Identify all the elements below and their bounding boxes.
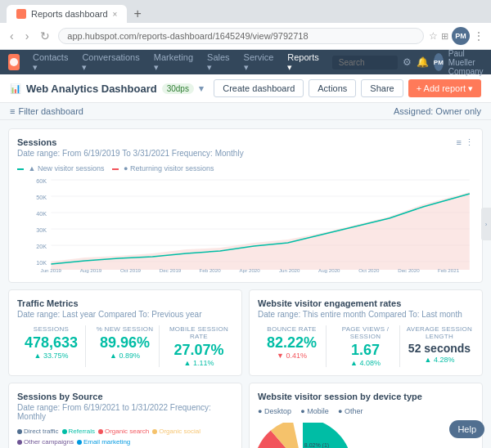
dashboard-title: Web Analytics Dashboard bbox=[26, 83, 157, 95]
share-button[interactable]: Share bbox=[361, 79, 403, 97]
sessions-metric-label: SESSIONS bbox=[17, 325, 85, 333]
notifications-icon[interactable]: 🔔 bbox=[417, 56, 429, 68]
legend-desktop-tab[interactable]: ● Desktop bbox=[258, 407, 291, 415]
organic-dot bbox=[98, 429, 103, 434]
engagement-metrics-grid: BOUNCE RATE 82.22% ▼ 0.41% PAGE VIEWS / … bbox=[258, 325, 474, 367]
add-report-button[interactable]: + Add report ▾ bbox=[408, 79, 481, 97]
bottom-row: Sessions by Source Date range: From 6/19… bbox=[8, 383, 483, 448]
legend-returning-sessions: ● Returning visitor sessions bbox=[112, 164, 214, 172]
sessions-card-header: Sessions Date range: From 6/19/2019 To 3… bbox=[17, 137, 474, 176]
filter-icon: ≡ bbox=[10, 106, 15, 116]
new-sessions-dot bbox=[17, 168, 24, 170]
active-tab[interactable]: Reports dashboard × bbox=[7, 5, 127, 23]
forward-button[interactable]: › bbox=[22, 28, 33, 44]
dashboard-actions: Create dashboard Actions Share + Add rep… bbox=[214, 79, 481, 97]
referrals-dot bbox=[62, 429, 67, 434]
pie-chart-svg: 8.02% (1) bbox=[258, 423, 348, 448]
sessions-card: Sessions Date range: From 6/19/2019 To 3… bbox=[8, 128, 483, 283]
filter-label: Filter dashboard bbox=[18, 106, 83, 116]
new-tab-button[interactable]: + bbox=[128, 7, 146, 21]
filter-bar: ≡ Filter dashboard Assigned: Owner only bbox=[0, 103, 491, 120]
nav-sales[interactable]: Sales ▾ bbox=[200, 50, 236, 74]
help-button[interactable]: Help bbox=[449, 420, 484, 438]
svg-text:8.02% (1): 8.02% (1) bbox=[304, 442, 329, 448]
sessions-card-title-group: Sessions Date range: From 6/19/2019 To 3… bbox=[17, 137, 244, 176]
tab-label: Reports dashboard bbox=[31, 9, 108, 19]
back-button[interactable]: ‹ bbox=[7, 28, 17, 44]
tab-close-button[interactable]: × bbox=[113, 10, 118, 19]
nav-conversations[interactable]: Conversations ▾ bbox=[75, 50, 146, 74]
svg-text:Aug 2019: Aug 2019 bbox=[80, 267, 102, 273]
more-options-icon[interactable]: ⋮ bbox=[465, 137, 474, 148]
refresh-button[interactable]: ↻ bbox=[37, 28, 53, 44]
session-length-label: AVERAGE SESSION LENGTH bbox=[405, 325, 474, 340]
hubspot-logo-icon bbox=[8, 56, 20, 68]
hubspot-logo[interactable] bbox=[8, 54, 20, 70]
nav-reports[interactable]: Reports ▾ bbox=[281, 50, 326, 74]
legend-mobile-tab[interactable]: ● Mobile bbox=[300, 407, 328, 415]
svg-text:10K: 10K bbox=[36, 260, 47, 267]
nav-contacts[interactable]: Contacts ▾ bbox=[26, 50, 74, 74]
sidebar-toggle[interactable]: › bbox=[481, 208, 491, 240]
session-length-change: ▲ 4.28% bbox=[405, 356, 474, 364]
svg-text:Jun 2020: Jun 2020 bbox=[279, 267, 300, 273]
sessions-legend: ▲ New visitor sessions ● Returning visit… bbox=[17, 164, 244, 172]
nav-search-input[interactable] bbox=[332, 56, 398, 69]
legend-email: Email marketing bbox=[77, 438, 130, 446]
engagement-rates-card: Website visitor engagement rates Date ra… bbox=[249, 289, 483, 376]
sessions-metric-value: 478,633 bbox=[17, 335, 85, 350]
menu-icon[interactable]: ⋮ bbox=[473, 29, 484, 43]
bounce-rate-label: BOUNCE RATE bbox=[258, 325, 326, 333]
visitor-device-legend-row: ● Desktop ● Mobile ● Other bbox=[258, 405, 474, 416]
sessions-title: Sessions bbox=[17, 137, 244, 147]
address-bar[interactable]: app.hubspot.com/reports-dashboard/164524… bbox=[58, 28, 424, 44]
bookmark-icon[interactable]: ☆ bbox=[429, 30, 438, 42]
engagement-subtitle: Date range: This entire month Compared T… bbox=[258, 310, 474, 319]
user-avatar[interactable]: PM bbox=[452, 27, 470, 45]
sessions-card-icons: ≡ ⋮ bbox=[457, 137, 474, 148]
source-legend: Direct traffic Referrals Organic search … bbox=[17, 428, 233, 446]
mobile-session-metric: MOBILE SESSION RATE 27.07% ▲ 1.11% bbox=[164, 325, 233, 367]
settings-icon[interactable]: ⚙ bbox=[403, 56, 412, 68]
nav-service[interactable]: Service ▾ bbox=[237, 50, 281, 74]
mobile-session-value: 27.07% bbox=[164, 343, 233, 357]
filter-dashboard-button[interactable]: ≡ Filter dashboard bbox=[10, 106, 83, 116]
user-initials: PM bbox=[455, 32, 466, 40]
tab-favicon bbox=[16, 9, 26, 19]
svg-text:40K: 40K bbox=[36, 211, 47, 217]
svg-text:20K: 20K bbox=[36, 244, 47, 250]
nav-items: Contacts ▾ Conversations ▾ Marketing ▾ S… bbox=[26, 50, 326, 74]
mobile-session-label: MOBILE SESSION RATE bbox=[164, 325, 233, 340]
sessions-subtitle: Date range: From 6/19/2019 To 3/31/2021 … bbox=[17, 149, 244, 158]
dashboard-badge: 30dps bbox=[162, 83, 194, 94]
extensions-icon[interactable]: ⊞ bbox=[441, 31, 448, 42]
svg-text:Feb 2020: Feb 2020 bbox=[200, 267, 222, 273]
returning-sessions-label: ● Returning visitor sessions bbox=[124, 164, 214, 172]
nav-marketing[interactable]: Marketing ▾ bbox=[147, 50, 200, 74]
create-dashboard-button[interactable]: Create dashboard bbox=[214, 79, 304, 97]
traffic-metrics-card: Traffic Metrics Date range: Last year Co… bbox=[8, 289, 242, 376]
traffic-title: Traffic Metrics bbox=[17, 298, 233, 308]
metrics-row: Traffic Metrics Date range: Last year Co… bbox=[8, 289, 483, 376]
svg-text:Oct 2019: Oct 2019 bbox=[120, 267, 142, 273]
title-chevron-icon[interactable]: ▾ bbox=[199, 83, 204, 94]
nav-right: ⚙ 🔔 PM Paul Mueller Company bbox=[332, 49, 491, 76]
bounce-rate-value: 82.22% bbox=[258, 335, 326, 350]
list-view-icon[interactable]: ≡ bbox=[457, 137, 462, 148]
legend-new-sessions: ▲ New visitor sessions bbox=[17, 164, 104, 172]
new-session-metric: % NEW SESSION 89.96% ▲ 0.89% bbox=[91, 325, 160, 367]
sessions-chart-area: 60K 50K 40K 30K 20K 10K Jun 2019 Aug 201… bbox=[17, 176, 474, 274]
sessions-metric-change: ▲ 33.75% bbox=[17, 352, 85, 360]
legend-other-tab[interactable]: ● Other bbox=[338, 407, 363, 415]
svg-text:30K: 30K bbox=[36, 227, 47, 234]
visitor-device-card: Website visitor session by device type ●… bbox=[249, 383, 483, 448]
returning-sessions-dot bbox=[112, 168, 119, 170]
dashboard-title-group: 📊 Web Analytics Dashboard 30dps ▾ bbox=[10, 83, 204, 95]
svg-text:Aug 2020: Aug 2020 bbox=[318, 267, 340, 273]
new-session-label: % NEW SESSION bbox=[91, 325, 159, 333]
legend-social: Organic social bbox=[152, 428, 200, 435]
traffic-metrics-grid: SESSIONS 478,633 ▲ 33.75% % NEW SESSION … bbox=[17, 325, 233, 367]
nav-user-avatar[interactable]: PM bbox=[434, 53, 444, 71]
actions-button[interactable]: Actions bbox=[309, 79, 356, 97]
svg-text:50K: 50K bbox=[36, 195, 47, 201]
